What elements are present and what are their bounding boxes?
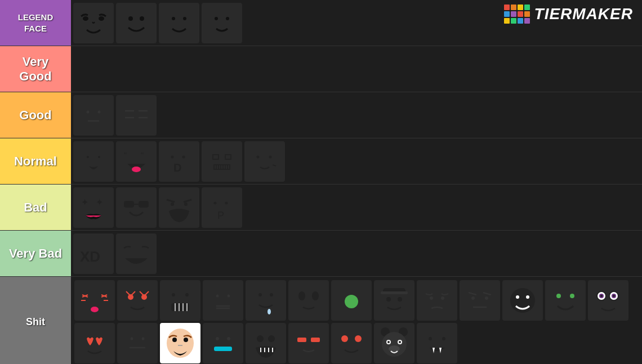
tier-label-very-bad: Very Bad [0,231,71,276]
face-item[interactable] [417,280,457,321]
face-item[interactable] [117,280,158,321]
tier-content-normal: " " D [71,138,642,184]
svg-line-33 [273,165,276,166]
svg-point-19 [171,155,174,158]
tier-content-bad: ✦ ✦ [71,185,642,230]
face-item[interactable] [288,323,329,363]
face-item[interactable] [502,280,543,321]
face-item[interactable] [202,3,242,43]
tier-label-shit: Shit [0,277,71,364]
face-item[interactable] [202,141,242,182]
face-item[interactable] [73,95,114,136]
svg-point-68 [298,291,305,300]
svg-point-99 [227,337,230,340]
face-item[interactable] [288,280,329,321]
face-item[interactable] [203,323,243,363]
svg-text:✦: ✦ [81,197,88,207]
svg-point-51 [91,307,99,312]
svg-rect-22 [213,155,219,159]
face-item[interactable] [74,280,115,321]
svg-text:✦: ✦ [96,197,103,207]
svg-point-15 [98,156,100,158]
svg-point-2 [128,16,133,21]
svg-point-69 [312,291,319,300]
face-item[interactable]: XD [73,233,114,274]
svg-point-18 [132,167,141,172]
svg-point-39 [171,203,174,206]
face-item[interactable] [116,95,157,136]
face-item[interactable]: D [159,141,199,182]
face-item[interactable] [116,3,157,43]
svg-point-65 [258,293,262,296]
svg-point-55 [185,293,189,296]
tier-row-bad: Bad ✦ ✦ [0,185,642,231]
face-item[interactable] [116,233,157,274]
face-item[interactable] [73,141,114,182]
face-item[interactable] [460,280,500,321]
tier-content-very-good [71,46,642,92]
face-item[interactable] [159,3,199,43]
face-item[interactable]: ✦ ✦ [73,187,114,228]
face-item[interactable] [246,280,286,321]
face-item[interactable] [203,280,243,321]
tier-row-good: Good [0,92,642,138]
tier-label-bad: Bad [0,185,71,230]
svg-rect-72 [381,291,408,294]
face-item[interactable] [159,187,199,228]
face-item[interactable] [116,187,157,228]
svg-point-52 [128,294,133,300]
tier-content-shit [71,277,642,364]
svg-point-82 [526,295,529,299]
face-item[interactable] [588,280,628,321]
face-item[interactable] [331,323,372,363]
svg-text:": " [141,151,144,160]
svg-point-14 [87,156,89,158]
tier-table: LEGENDFACE [0,0,642,364]
face-item[interactable] [374,323,414,363]
face-item[interactable] [417,323,457,363]
face-item[interactable] [545,280,586,321]
svg-point-40 [184,203,188,206]
svg-point-41 [214,201,217,204]
svg-point-90 [613,295,615,297]
svg-point-9 [98,110,101,113]
svg-rect-108 [311,338,320,342]
face-item[interactable] [117,323,158,363]
svg-point-116 [387,341,390,343]
svg-point-84 [570,294,574,298]
tier-content-good [71,92,642,138]
svg-point-1 [99,16,104,21]
face-item[interactable] [244,141,285,182]
svg-point-62 [228,295,230,298]
face-item[interactable] [246,323,286,363]
svg-point-42 [225,201,228,204]
svg-point-77 [471,296,475,300]
svg-point-83 [556,294,561,298]
face-item[interactable] [331,280,372,321]
svg-point-98 [216,337,219,340]
face-item[interactable] [160,280,200,321]
tier-row-very-good: Very Good [0,46,642,92]
svg-point-53 [141,294,147,300]
face-item[interactable]: " " [116,141,157,182]
tier-row-very-bad: Very Bad XD [0,231,642,277]
svg-point-76 [441,296,444,300]
svg-point-117 [399,341,401,343]
tier-label-header: LEGENDFACE [0,0,71,46]
svg-point-61 [216,295,219,298]
tier-row-shit: Shit [0,277,642,364]
face-item[interactable]: P [202,187,242,228]
face-item[interactable] [74,323,115,363]
svg-point-74 [398,297,402,302]
face-item-realistic[interactable] [160,323,200,363]
svg-point-101 [257,335,264,342]
face-item[interactable] [374,280,414,321]
logo-grid [504,5,530,24]
face-item[interactable] [73,3,114,43]
tier-row-header: LEGENDFACE [0,0,642,46]
svg-point-5 [183,17,186,20]
svg-point-20 [182,155,185,158]
tiermaker-logo: TiERMAKER [504,5,633,24]
svg-point-87 [600,295,603,297]
tier-label-normal: Normal [0,138,71,184]
